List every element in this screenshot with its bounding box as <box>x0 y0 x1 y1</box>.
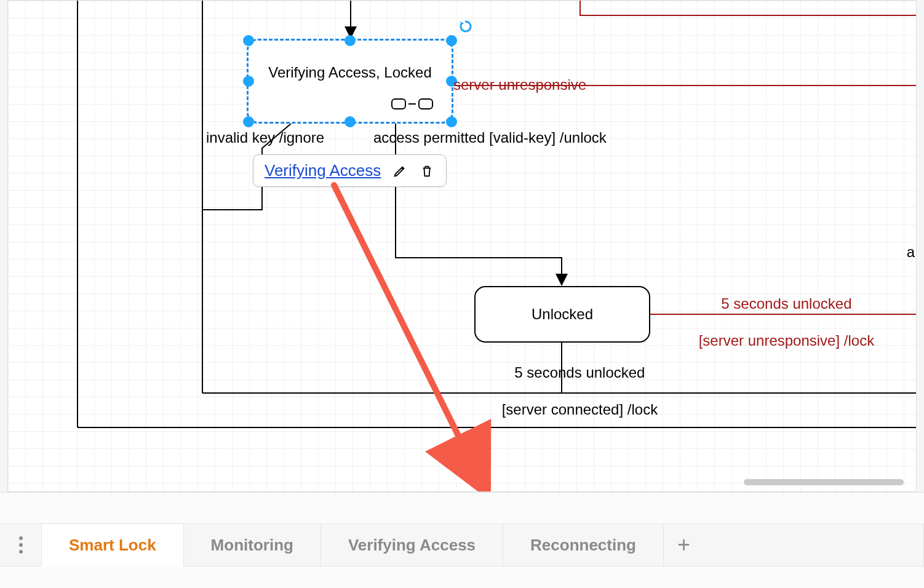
transition-label-access-permitted[interactable]: access permitted [valid-key] /unlock <box>373 129 607 147</box>
tab-options-button[interactable] <box>0 523 42 566</box>
transition-label-invalid-key[interactable]: invalid key /ignore <box>206 129 324 147</box>
delete-icon[interactable] <box>419 163 435 179</box>
svg-point-10 <box>19 550 23 554</box>
plus-icon: + <box>677 534 690 556</box>
edit-icon[interactable] <box>392 163 408 179</box>
selection-handle[interactable] <box>243 116 254 127</box>
transition-label-five-sec-connected[interactable]: 5 seconds unlocked [server connected] /l… <box>485 345 658 437</box>
tab-smart-lock[interactable]: Smart Lock <box>42 523 184 566</box>
selection-handle[interactable] <box>446 116 457 127</box>
diagram-edges <box>8 1 917 492</box>
svg-point-8 <box>19 536 23 540</box>
rotate-handle-icon[interactable] <box>458 19 473 36</box>
tabs-bar: Smart Lock Monitoring Verifying Access R… <box>0 492 924 588</box>
selection-handle[interactable] <box>345 116 356 127</box>
transition-label-server-unresponsive[interactable]: server unresponsive <box>453 76 586 94</box>
state-label: Verifying Access, Locked <box>268 64 431 81</box>
tab-monitoring[interactable]: Monitoring <box>184 523 321 566</box>
transition-label-five-sec-unresponsive[interactable]: 5 seconds unlocked [server unresponsive]… <box>682 276 874 368</box>
svg-point-9 <box>19 543 23 547</box>
submachine-icon <box>391 98 433 109</box>
tab-label: Verifying Access <box>348 536 476 555</box>
selection-handle[interactable] <box>243 35 254 46</box>
selection-handle[interactable] <box>446 35 457 46</box>
state-context-popup: Verifying Access <box>253 154 447 187</box>
add-tab-button[interactable]: + <box>664 523 924 566</box>
horizontal-scrollbar-thumb[interactable] <box>744 479 904 485</box>
selection-handle[interactable] <box>345 35 356 46</box>
tab-label: Monitoring <box>211 536 293 555</box>
state-unlocked[interactable]: Unlocked <box>474 286 650 343</box>
transition-label-truncated: a <box>907 243 915 261</box>
state-label: Unlocked <box>532 306 593 323</box>
popup-navigate-link[interactable]: Verifying Access <box>265 161 381 180</box>
tab-verifying-access[interactable]: Verifying Access <box>321 523 503 566</box>
selection-handle[interactable] <box>243 76 254 87</box>
tab-label: Smart Lock <box>69 536 156 555</box>
diagram-canvas[interactable]: Verifying Access, Locked Unlocked invali… <box>7 0 917 492</box>
tab-label: Reconnecting <box>530 536 636 555</box>
state-verifying-access-locked[interactable]: Verifying Access, Locked <box>247 39 453 124</box>
tab-reconnecting[interactable]: Reconnecting <box>503 523 664 566</box>
more-vertical-icon <box>18 536 23 554</box>
